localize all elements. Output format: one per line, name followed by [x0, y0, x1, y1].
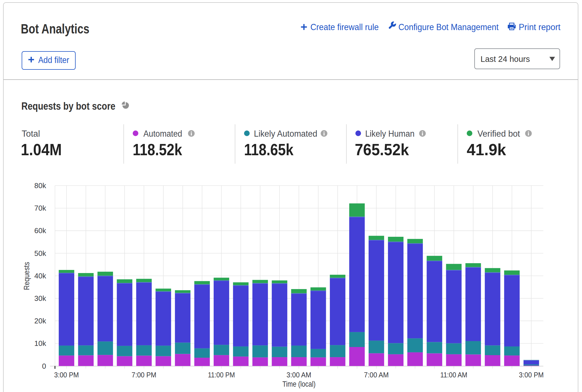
svg-text:11:00 AM: 11:00 AM	[440, 371, 467, 379]
svg-text:3:00 PM: 3:00 PM	[54, 371, 79, 379]
svg-text:80k: 80k	[34, 181, 46, 190]
svg-text:40k: 40k	[34, 272, 46, 280]
svg-text:3:00 AM: 3:00 AM	[287, 371, 311, 379]
svg-text:60k: 60k	[34, 226, 46, 235]
svg-text:10k: 10k	[34, 339, 46, 348]
svg-text:Requests: Requests	[22, 262, 31, 290]
svg-text:0: 0	[42, 362, 46, 370]
svg-text:11:00 PM: 11:00 PM	[208, 371, 235, 379]
svg-text:Time (local): Time (local)	[282, 380, 315, 388]
svg-text:20k: 20k	[34, 317, 46, 325]
svg-text:30k: 30k	[34, 294, 46, 303]
svg-text:7:00 AM: 7:00 AM	[364, 371, 389, 379]
svg-text:7:00 PM: 7:00 PM	[132, 371, 156, 379]
svg-text:70k: 70k	[34, 204, 46, 212]
svg-text:3:00 PM: 3:00 PM	[519, 371, 544, 379]
svg-text:50k: 50k	[34, 249, 46, 258]
